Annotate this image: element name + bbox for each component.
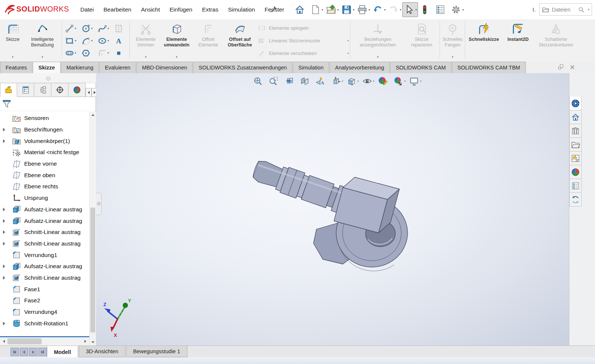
- view-tool-button[interactable]: ▾: [361, 75, 375, 87]
- tree-vertical-scrollbar[interactable]: [89, 112, 96, 345]
- sketch-tool-button[interactable]: ▾: [79, 35, 95, 47]
- dropdown-caret-icon[interactable]: ▾: [176, 55, 177, 59]
- rapid-sketch-button[interactable]: Schnellskizze: [466, 21, 502, 59]
- dropdown-caret-icon[interactable]: ▾: [415, 8, 417, 12]
- view-tool-button[interactable]: ▾: [346, 75, 360, 87]
- graphics-viewport[interactable]: ▾ ▾ ▾ ▾ ▾ ▾ ▾ ▾: [96, 73, 569, 345]
- dropdown-caret-icon[interactable]: ▾: [337, 8, 339, 12]
- dropdown-caret-icon[interactable]: ▾: [369, 8, 370, 12]
- dropdown-caret-icon[interactable]: ▾: [347, 52, 349, 55]
- smart-dimension-button[interactable]: IntelligenteBemaßung ▾: [24, 21, 61, 59]
- task-pane-button[interactable]: [569, 152, 582, 165]
- tree-item[interactable]: Ebene rechts: [0, 181, 89, 192]
- dropdown-caret-icon[interactable]: ▾: [384, 8, 386, 12]
- pushpin-icon[interactable]: [270, 5, 278, 13]
- view-tool-button[interactable]: ▾: [268, 75, 282, 87]
- sketch-tool-button[interactable]: ▾: [112, 22, 128, 35]
- command-tab[interactable]: Skizze: [33, 62, 60, 73]
- quick-access-button[interactable]: ▾: [418, 2, 434, 17]
- view-tool-button[interactable]: ▾: [252, 75, 266, 87]
- panel-splitter[interactable]: [0, 73, 96, 83]
- file-search-box[interactable]: Dateien ▾: [539, 3, 592, 16]
- tab-featuremanager[interactable]: [0, 83, 17, 97]
- quick-access-button[interactable]: ▾: [371, 2, 387, 17]
- command-tab[interactable]: Features: [0, 62, 32, 73]
- tree-item[interactable]: Beschriftungen: [0, 124, 89, 136]
- dropdown-caret-icon[interactable]: ▾: [107, 39, 109, 42]
- document-view-tab[interactable]: Bewegungsstudie 1: [126, 346, 187, 357]
- dropdown-caret-icon[interactable]: ▾: [404, 79, 406, 83]
- dropdown-caret-icon[interactable]: ▾: [353, 8, 354, 12]
- scroll-tabs-left-icon[interactable]: [86, 88, 91, 97]
- shaded-sketch-contours-button[interactable]: SchattierteSkizzenkonturen: [534, 21, 578, 59]
- tree-item[interactable]: Ebene vorne: [0, 158, 89, 170]
- panel-collapse-handle[interactable]: [96, 193, 102, 215]
- tree-item[interactable]: Material <nicht festge: [0, 147, 89, 158]
- task-pane-button[interactable]: [569, 165, 582, 179]
- sketch-tool-button[interactable]: ▾: [112, 47, 128, 59]
- tree-item[interactable]: Schnitt-Linear austrag: [0, 238, 89, 250]
- sketch-tool-button[interactable]: ▾: [112, 35, 128, 47]
- sketch-button[interactable]: Skizze ▾: [2, 21, 23, 59]
- scroll-right-icon[interactable]: [82, 338, 89, 344]
- dropdown-caret-icon[interactable]: ▾: [373, 79, 374, 83]
- unpin-ribbon-icon[interactable]: [557, 64, 565, 71]
- tree-item[interactable]: Sensoren: [0, 113, 89, 124]
- task-pane-button[interactable]: [569, 110, 582, 124]
- scrollbar-thumb[interactable]: [7, 338, 42, 344]
- task-pane-button[interactable]: [569, 124, 582, 138]
- quick-access-button[interactable]: ▾: [309, 2, 324, 17]
- scroll-left-icon[interactable]: [1, 338, 7, 344]
- view-tool-button[interactable]: ▾: [299, 75, 313, 87]
- command-tab[interactable]: Evaluieren: [99, 62, 136, 73]
- sketch-tool-button[interactable]: ▾: [62, 47, 79, 59]
- tree-item[interactable]: Aufsatz-Linear austrag: [0, 261, 89, 272]
- expand-arrow-icon[interactable]: [3, 276, 12, 280]
- trim-entities-button[interactable]: Elementetrimmen ▾: [132, 21, 160, 59]
- first-study-button[interactable]: [10, 348, 19, 356]
- document-view-tab[interactable]: 3D-Ansichten: [79, 346, 125, 357]
- tab-configurationmanager[interactable]: [34, 83, 51, 97]
- dropdown-caret-icon[interactable]: ▾: [377, 55, 379, 59]
- scroll-up-icon[interactable]: [90, 112, 96, 118]
- display-delete-relations-button[interactable]: Beziehungenanzeigen/löschen ▾: [352, 21, 404, 59]
- handle-dot[interactable]: [97, 202, 100, 205]
- scrollbar-thumb[interactable]: [90, 208, 95, 332]
- tree-item[interactable]: Ursprung: [0, 192, 89, 204]
- view-tool-button[interactable]: ▾: [283, 75, 297, 87]
- command-tab[interactable]: Markierung: [61, 62, 99, 73]
- repair-sketch-button[interactable]: Skizzereparieren: [405, 21, 439, 59]
- tab-propertymanager[interactable]: [17, 83, 34, 97]
- tree-item[interactable]: Fase1: [0, 283, 89, 295]
- sketch-tool-button[interactable]: ▾: [62, 22, 79, 35]
- menu-item[interactable]: Bearbeiten: [99, 4, 135, 15]
- next-study-button[interactable]: [29, 348, 38, 356]
- quick-access-button[interactable]: ▾: [324, 2, 340, 17]
- tab-dimxpertm[interactable]: [51, 83, 68, 97]
- command-tab[interactable]: Analysevorbereitung: [329, 62, 390, 73]
- sketch-tool-button[interactable]: ▾: [95, 22, 112, 35]
- dropdown-caret-icon[interactable]: ▾: [107, 51, 109, 55]
- quick-access-button[interactable]: ▾: [449, 2, 465, 17]
- quick-access-button[interactable]: ▾: [356, 2, 371, 17]
- pattern-tool-button[interactable]: Lineares Skizzenmuster ▾: [257, 35, 349, 46]
- task-pane-button[interactable]: [569, 193, 582, 207]
- sketch-tool-button[interactable]: ▾: [95, 47, 112, 59]
- tree-item[interactable]: Verrundung1: [0, 249, 89, 261]
- pattern-tool-button[interactable]: Elemente verschieben ▾: [257, 48, 349, 59]
- expand-arrow-icon[interactable]: [3, 208, 12, 211]
- view-tool-button[interactable]: ▾: [377, 75, 391, 87]
- dropdown-caret-icon[interactable]: ▾: [462, 8, 464, 12]
- previous-study-button[interactable]: [20, 348, 28, 356]
- document-view-tab[interactable]: Modell: [47, 346, 78, 358]
- tree-item[interactable]: Ebene oben: [0, 169, 89, 181]
- sketch-tool-button[interactable]: ▾: [79, 22, 95, 35]
- menu-item[interactable]: Extras: [198, 4, 222, 15]
- dropdown-caret-icon[interactable]: ▾: [75, 27, 76, 30]
- view-tool-button[interactable]: ▾: [408, 75, 422, 87]
- expand-arrow-icon[interactable]: [3, 139, 12, 143]
- dropdown-caret-icon[interactable]: ▾: [420, 79, 421, 83]
- quick-access-button[interactable]: ▾: [293, 2, 309, 17]
- scroll-down-icon[interactable]: [90, 339, 96, 345]
- view-tool-button[interactable]: ▾: [393, 75, 406, 87]
